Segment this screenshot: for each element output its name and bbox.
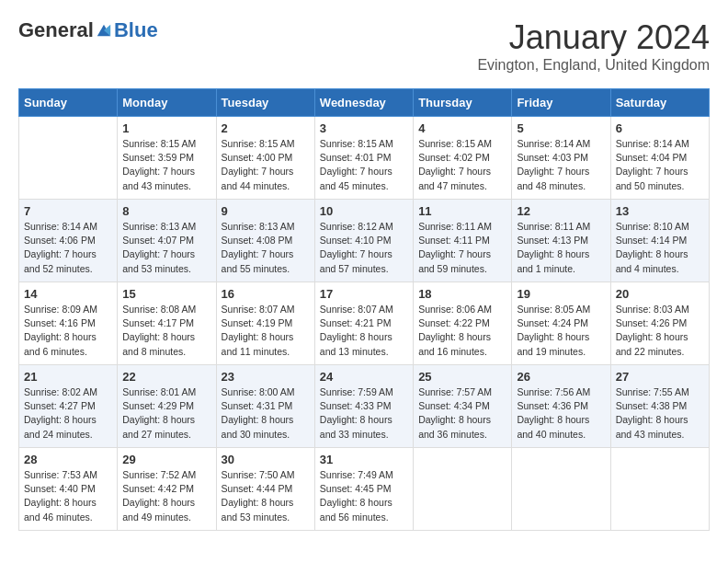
- day-number: 22: [122, 370, 210, 384]
- day-info: Sunrise: 8:13 AMSunset: 4:07 PMDaylight:…: [122, 220, 210, 276]
- calendar-table: SundayMondayTuesdayWednesdayThursdayFrid…: [18, 88, 710, 531]
- calendar-cell: 2Sunrise: 8:15 AMSunset: 4:00 PMDaylight…: [216, 117, 314, 200]
- calendar-cell: 14Sunrise: 8:09 AMSunset: 4:16 PMDayligh…: [19, 282, 118, 365]
- day-number: 2: [222, 121, 310, 135]
- page-header: General Blue January 2024 Evington, Engl…: [18, 18, 710, 74]
- day-number: 15: [122, 287, 210, 301]
- header-day-wednesday: Wednesday: [314, 89, 413, 117]
- day-info: Sunrise: 8:07 AMSunset: 4:19 PMDaylight:…: [222, 303, 310, 359]
- calendar-cell: 6Sunrise: 8:14 AMSunset: 4:04 PMDaylight…: [610, 117, 709, 200]
- header-day-saturday: Saturday: [610, 89, 709, 117]
- day-info: Sunrise: 8:10 AMSunset: 4:14 PMDaylight:…: [616, 220, 704, 276]
- day-number: 28: [24, 453, 112, 466]
- day-number: 12: [517, 204, 605, 218]
- day-number: 7: [24, 204, 112, 218]
- day-number: 27: [616, 370, 704, 384]
- logo: General Blue: [18, 18, 158, 42]
- day-number: 31: [320, 453, 408, 466]
- calendar-cell: 13Sunrise: 8:10 AMSunset: 4:14 PMDayligh…: [610, 200, 709, 282]
- logo-general-text: General: [18, 18, 94, 42]
- day-info: Sunrise: 8:06 AMSunset: 4:22 PMDaylight:…: [418, 303, 506, 359]
- calendar-cell: 28Sunrise: 7:53 AMSunset: 4:40 PMDayligh…: [19, 448, 118, 531]
- day-number: 14: [24, 287, 112, 301]
- day-info: Sunrise: 8:15 AMSunset: 4:01 PMDaylight:…: [320, 137, 408, 193]
- day-number: 21: [24, 370, 112, 384]
- day-info: Sunrise: 8:08 AMSunset: 4:17 PMDaylight:…: [122, 303, 210, 359]
- calendar-cell: 21Sunrise: 8:02 AMSunset: 4:27 PMDayligh…: [19, 365, 118, 448]
- calendar-cell: 10Sunrise: 8:12 AMSunset: 4:10 PMDayligh…: [314, 200, 413, 282]
- day-number: 16: [222, 287, 310, 301]
- day-number: 4: [418, 121, 506, 135]
- day-info: Sunrise: 8:01 AMSunset: 4:29 PMDaylight:…: [122, 385, 210, 442]
- header-day-thursday: Thursday: [414, 89, 512, 117]
- calendar-cell: 1Sunrise: 8:15 AMSunset: 3:59 PMDaylight…: [118, 117, 216, 200]
- title-block: January 2024 Evington, England, United K…: [477, 18, 710, 74]
- calendar-cell: 31Sunrise: 7:49 AMSunset: 4:45 PMDayligh…: [314, 448, 413, 531]
- calendar-cell: 23Sunrise: 8:00 AMSunset: 4:31 PMDayligh…: [216, 365, 314, 448]
- day-number: 26: [517, 370, 605, 384]
- location-subtitle: Evington, England, United Kingdom: [477, 57, 710, 74]
- day-number: 29: [122, 453, 210, 466]
- calendar-cell: 5Sunrise: 8:14 AMSunset: 4:03 PMDaylight…: [512, 117, 610, 200]
- calendar-cell: 26Sunrise: 7:56 AMSunset: 4:36 PMDayligh…: [512, 365, 610, 448]
- day-info: Sunrise: 8:14 AMSunset: 4:04 PMDaylight:…: [616, 137, 704, 193]
- day-number: 8: [122, 204, 210, 218]
- day-number: 10: [320, 204, 408, 218]
- day-info: Sunrise: 7:59 AMSunset: 4:33 PMDaylight:…: [320, 385, 408, 442]
- day-number: 1: [122, 121, 210, 135]
- day-info: Sunrise: 8:15 AMSunset: 4:00 PMDaylight:…: [222, 137, 310, 193]
- calendar-cell: 30Sunrise: 7:50 AMSunset: 4:44 PMDayligh…: [216, 448, 314, 531]
- day-info: Sunrise: 8:11 AMSunset: 4:11 PMDaylight:…: [418, 220, 506, 276]
- header-day-sunday: Sunday: [19, 89, 118, 117]
- calendar-cell: 24Sunrise: 7:59 AMSunset: 4:33 PMDayligh…: [314, 365, 413, 448]
- day-info: Sunrise: 8:15 AMSunset: 4:02 PMDaylight:…: [418, 137, 506, 193]
- calendar-cell: 7Sunrise: 8:14 AMSunset: 4:06 PMDaylight…: [19, 200, 118, 282]
- day-info: Sunrise: 7:50 AMSunset: 4:44 PMDaylight:…: [222, 468, 310, 524]
- day-number: 3: [320, 121, 408, 135]
- calendar-cell: 18Sunrise: 8:06 AMSunset: 4:22 PMDayligh…: [414, 282, 512, 365]
- day-info: Sunrise: 8:09 AMSunset: 4:16 PMDaylight:…: [24, 303, 112, 359]
- day-number: 19: [517, 287, 605, 301]
- day-number: 11: [418, 204, 506, 218]
- calendar-cell: [610, 448, 709, 531]
- day-info: Sunrise: 7:57 AMSunset: 4:34 PMDaylight:…: [418, 385, 506, 442]
- calendar-cell: 15Sunrise: 8:08 AMSunset: 4:17 PMDayligh…: [118, 282, 216, 365]
- header-day-monday: Monday: [118, 89, 216, 117]
- calendar-cell: [512, 448, 610, 531]
- calendar-cell: [414, 448, 512, 531]
- logo-blue-text: Blue: [114, 18, 158, 42]
- day-info: Sunrise: 8:03 AMSunset: 4:26 PMDaylight:…: [616, 303, 704, 359]
- day-info: Sunrise: 8:05 AMSunset: 4:24 PMDaylight:…: [517, 303, 605, 359]
- day-number: 6: [616, 121, 704, 135]
- calendar-cell: 4Sunrise: 8:15 AMSunset: 4:02 PMDaylight…: [414, 117, 512, 200]
- day-number: 20: [616, 287, 704, 301]
- header-day-friday: Friday: [512, 89, 610, 117]
- day-info: Sunrise: 8:00 AMSunset: 4:31 PMDaylight:…: [222, 385, 310, 442]
- calendar-week-4: 21Sunrise: 8:02 AMSunset: 4:27 PMDayligh…: [19, 365, 710, 448]
- header-day-tuesday: Tuesday: [216, 89, 314, 117]
- day-info: Sunrise: 8:14 AMSunset: 4:03 PMDaylight:…: [517, 137, 605, 193]
- day-number: 30: [222, 453, 310, 466]
- day-number: 17: [320, 287, 408, 301]
- day-info: Sunrise: 8:12 AMSunset: 4:10 PMDaylight:…: [320, 220, 408, 276]
- calendar-cell: 3Sunrise: 8:15 AMSunset: 4:01 PMDaylight…: [314, 117, 413, 200]
- day-number: 9: [222, 204, 310, 218]
- calendar-cell: 19Sunrise: 8:05 AMSunset: 4:24 PMDayligh…: [512, 282, 610, 365]
- calendar-week-3: 14Sunrise: 8:09 AMSunset: 4:16 PMDayligh…: [19, 282, 710, 365]
- day-number: 13: [616, 204, 704, 218]
- calendar-cell: [19, 117, 118, 200]
- day-info: Sunrise: 7:49 AMSunset: 4:45 PMDaylight:…: [320, 468, 408, 524]
- calendar-cell: 17Sunrise: 8:07 AMSunset: 4:21 PMDayligh…: [314, 282, 413, 365]
- calendar-cell: 12Sunrise: 8:11 AMSunset: 4:13 PMDayligh…: [512, 200, 610, 282]
- calendar-header: SundayMondayTuesdayWednesdayThursdayFrid…: [19, 89, 710, 117]
- calendar-cell: 27Sunrise: 7:55 AMSunset: 4:38 PMDayligh…: [610, 365, 709, 448]
- calendar-cell: 16Sunrise: 8:07 AMSunset: 4:19 PMDayligh…: [216, 282, 314, 365]
- header-row: SundayMondayTuesdayWednesdayThursdayFrid…: [19, 89, 710, 117]
- month-title: January 2024: [477, 18, 710, 57]
- calendar-cell: 8Sunrise: 8:13 AMSunset: 4:07 PMDaylight…: [118, 200, 216, 282]
- day-info: Sunrise: 8:13 AMSunset: 4:08 PMDaylight:…: [222, 220, 310, 276]
- logo-icon: [96, 22, 112, 39]
- calendar-cell: 9Sunrise: 8:13 AMSunset: 4:08 PMDaylight…: [216, 200, 314, 282]
- calendar-week-2: 7Sunrise: 8:14 AMSunset: 4:06 PMDaylight…: [19, 200, 710, 282]
- day-info: Sunrise: 7:53 AMSunset: 4:40 PMDaylight:…: [24, 468, 112, 524]
